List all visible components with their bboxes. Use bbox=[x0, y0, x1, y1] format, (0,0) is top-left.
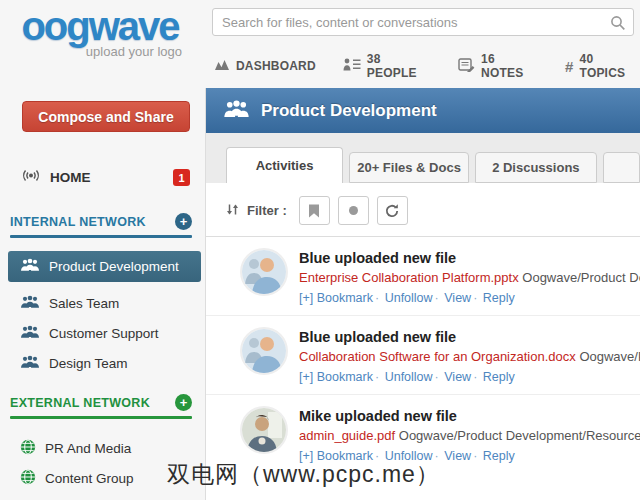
compose-and-share-button[interactable]: Compose and Share bbox=[22, 101, 190, 132]
logo-text: oogwave bbox=[0, 6, 200, 46]
sidebar-item-label: Content Group bbox=[45, 471, 134, 486]
nav-dashboard-label: DASHBOARD bbox=[236, 59, 316, 73]
bookmark-link[interactable]: [+] Bookmark bbox=[299, 291, 373, 305]
group-icon bbox=[20, 295, 40, 312]
activity-item: Blue uploaded new file Enterprise Collab… bbox=[206, 237, 640, 315]
sort-icon bbox=[226, 202, 239, 220]
activity-body: Mike uploaded new file admin_guide.pdf O… bbox=[299, 408, 640, 463]
bookmark-link[interactable]: [+] Bookmark bbox=[299, 370, 373, 384]
reply-link[interactable]: Reply bbox=[483, 291, 515, 305]
tab-activities[interactable]: Activities bbox=[226, 147, 343, 183]
tab-files-docs[interactable]: 20+ Files & Docs bbox=[349, 152, 469, 183]
activity-actions: [+] Bookmark Unfollow View Reply bbox=[299, 370, 640, 384]
tab-strip: Activities 20+ Files & Docs 2 Discussion… bbox=[206, 133, 640, 183]
people-list-icon bbox=[343, 58, 361, 74]
hash-icon: # bbox=[565, 58, 574, 75]
reply-link[interactable]: Reply bbox=[483, 449, 515, 463]
sidebar-item-label: Sales Team bbox=[49, 296, 119, 311]
sidebar-item-label: Product Development bbox=[49, 259, 179, 274]
activity-title: Blue uploaded new file bbox=[299, 329, 640, 345]
avatar[interactable] bbox=[242, 329, 286, 373]
nav-topics-label: 40 TOPICS bbox=[580, 52, 640, 80]
nav-people[interactable]: 38 PEOPLE bbox=[343, 52, 431, 80]
separator bbox=[373, 291, 381, 305]
sidebar-item-design-team[interactable]: Design Team bbox=[8, 348, 201, 379]
separator bbox=[471, 449, 479, 463]
tab-discussions[interactable]: 2 Discussions bbox=[475, 152, 597, 183]
separator bbox=[433, 370, 441, 384]
avatar[interactable] bbox=[242, 408, 286, 452]
file-link[interactable]: Collaboration Software for an Organizati… bbox=[299, 349, 576, 364]
activity-actions: [+] Bookmark Unfollow View Reply bbox=[299, 291, 640, 305]
group-header: Product Development bbox=[206, 88, 640, 133]
page-title: Product Development bbox=[261, 101, 437, 121]
view-link[interactable]: View bbox=[444, 449, 471, 463]
sidebar-item-label: PR And Media bbox=[45, 441, 131, 456]
main-panel: Product Development Activities 20+ Files… bbox=[205, 88, 640, 500]
sidebar: Compose and Share HOME 1 INTERNAL NETWOR… bbox=[0, 88, 205, 500]
sidebar-item-sales-team[interactable]: Sales Team bbox=[8, 288, 201, 319]
notes-icon bbox=[458, 58, 475, 75]
avatar[interactable] bbox=[242, 250, 286, 294]
filter-refresh-button[interactable] bbox=[377, 196, 408, 225]
nav-people-label: 38 PEOPLE bbox=[367, 52, 431, 80]
group-icon bbox=[20, 355, 40, 372]
sidebar-item-home[interactable]: HOME 1 bbox=[20, 168, 190, 187]
unfollow-link[interactable]: Unfollow bbox=[385, 370, 433, 384]
sidebar-item-label: Design Team bbox=[49, 356, 128, 371]
nav-notes-label: 16 NOTES bbox=[481, 52, 538, 80]
separator bbox=[373, 370, 381, 384]
file-path: Oogwave/Product Development/Resources bbox=[579, 349, 640, 364]
activity-file-line: Enterprise Collaboration Platform.pptx O… bbox=[299, 270, 640, 285]
add-external-network-button[interactable] bbox=[175, 394, 192, 411]
external-network-divider bbox=[10, 416, 192, 419]
filter-bar: Filter : bbox=[206, 183, 640, 236]
separator bbox=[471, 370, 479, 384]
dot-icon bbox=[349, 206, 358, 215]
home-notification-badge: 1 bbox=[173, 169, 190, 186]
sidebar-item-product-development[interactable]: Product Development bbox=[8, 251, 201, 282]
filter-bookmark-button[interactable] bbox=[299, 196, 330, 225]
sidebar-item-customer-support[interactable]: Customer Support bbox=[8, 318, 201, 349]
external-network-section: EXTERNAL NETWORK bbox=[10, 394, 192, 419]
group-icon bbox=[223, 100, 250, 122]
unfollow-link[interactable]: Unfollow bbox=[385, 291, 433, 305]
separator bbox=[433, 291, 441, 305]
add-internal-network-button[interactable] bbox=[175, 213, 192, 230]
tab-partial[interactable] bbox=[603, 152, 640, 183]
file-link[interactable]: Enterprise Collaboration Platform.pptx bbox=[299, 270, 519, 285]
logo: oogwave upload your logo bbox=[0, 6, 200, 59]
file-path: Oogwave/Product Development/Resources/To… bbox=[399, 428, 640, 443]
globe-icon bbox=[20, 469, 36, 488]
activity-file-line: Collaboration Software for an Organizati… bbox=[299, 349, 640, 364]
nav-dashboard[interactable]: DASHBOARD bbox=[214, 59, 316, 74]
filter-status-button[interactable] bbox=[338, 196, 369, 225]
nav-topics[interactable]: # 40 TOPICS bbox=[565, 52, 640, 80]
search-box bbox=[212, 8, 634, 36]
search-icon[interactable] bbox=[610, 15, 626, 35]
app-window: oogwave upload your logo DASHBOARD 38 PE… bbox=[0, 0, 640, 500]
file-path: Oogwave/Product Development/Resources bbox=[522, 270, 640, 285]
activity-body: Blue uploaded new file Enterprise Collab… bbox=[299, 250, 640, 305]
search-input[interactable] bbox=[213, 9, 633, 35]
internal-network-section: INTERNAL NETWORK bbox=[10, 213, 192, 238]
view-link[interactable]: View bbox=[444, 370, 471, 384]
activity-body: Blue uploaded new file Collaboration Sof… bbox=[299, 329, 640, 384]
view-link[interactable]: View bbox=[444, 291, 471, 305]
group-icon bbox=[20, 258, 40, 275]
activity-file-line: admin_guide.pdf Oogwave/Product Developm… bbox=[299, 428, 640, 443]
globe-icon bbox=[20, 439, 36, 458]
internal-network-divider bbox=[10, 235, 192, 238]
watermark: 双电网（www.pcpc.me） bbox=[167, 459, 440, 490]
activity-title: Blue uploaded new file bbox=[299, 250, 640, 266]
separator bbox=[471, 291, 479, 305]
sidebar-home-label: HOME bbox=[50, 170, 91, 185]
activity-item: Blue uploaded new file Collaboration Sof… bbox=[206, 315, 640, 394]
external-network-title: EXTERNAL NETWORK bbox=[10, 396, 150, 410]
internal-network-title: INTERNAL NETWORK bbox=[10, 215, 146, 229]
group-icon bbox=[20, 325, 40, 342]
file-link[interactable]: admin_guide.pdf bbox=[299, 428, 395, 443]
reply-link[interactable]: Reply bbox=[483, 370, 515, 384]
top-navigation: DASHBOARD 38 PEOPLE 16 NOTES # 40 TOPICS bbox=[214, 52, 640, 80]
nav-notes[interactable]: 16 NOTES bbox=[458, 52, 538, 80]
